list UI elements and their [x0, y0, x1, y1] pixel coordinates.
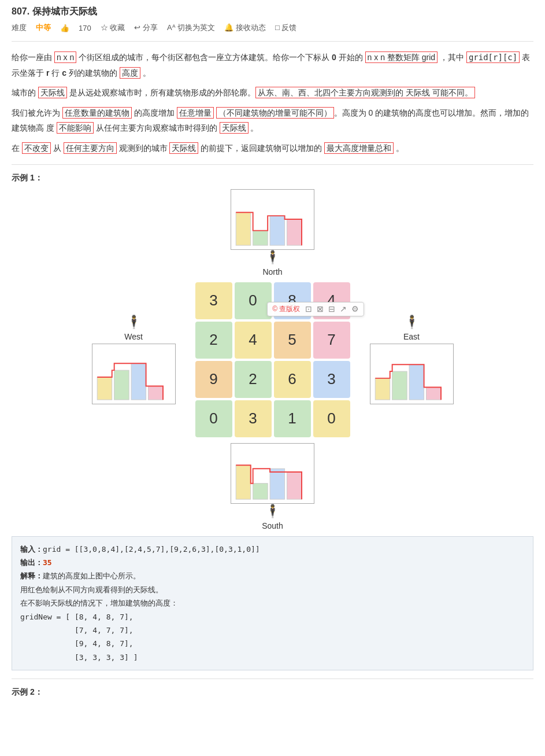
grid-cell-2-1: 2 — [235, 361, 272, 398]
svg-rect-12 — [236, 465, 251, 499]
north-skyline-box — [231, 189, 314, 250]
west-person: 🕴 — [126, 315, 142, 330]
grid-cell-1-3: 7 — [313, 322, 350, 359]
grid-cell-3-1: 3 — [235, 400, 272, 437]
highlight-skyline3: 天际线 — [169, 142, 198, 154]
feedback-btn[interactable]: □ 反馈 — [275, 23, 296, 33]
highlight-skyline2: 天际线 — [220, 122, 249, 134]
grid-cell-3-2: 1 — [274, 400, 311, 437]
grid-cell-0-0: 3 — [195, 282, 232, 319]
toolbar-btn-compare[interactable]: ⊟ — [328, 304, 335, 314]
grid-cell-2-2: 6 — [274, 361, 311, 398]
grid-row-2: 9 2 6 3 — [195, 361, 350, 398]
likes-count: 170 — [79, 24, 91, 32]
highlight-no-affect: 不能影响 — [57, 122, 94, 134]
likes-icon: 👍 — [60, 24, 69, 32]
svg-rect-11 — [426, 388, 441, 400]
problem-p4: 在 不改变 从 任何主要方向 观测到的城市 天际线 的前提下，返回建筑物可以增加… — [12, 141, 533, 156]
output-label: 输出： — [20, 558, 43, 567]
grid-cell-1-2: 5 — [274, 322, 311, 359]
south-skyline-box — [231, 443, 314, 504]
problem-p3: 我们被允许为 任意数量的建筑物 的高度增加 任意增量 （不同建筑物的增量可能不同… — [12, 105, 533, 136]
svg-rect-2 — [270, 216, 285, 245]
input-label: 输入： — [20, 545, 43, 554]
problem-p1: 给你一座由 n x n 个街区组成的城市，每个街区都包含一座立方体建筑。给你一个… — [12, 50, 533, 80]
toolbar-btn-share[interactable]: ↗ — [340, 304, 347, 314]
svg-rect-9 — [392, 371, 407, 400]
grid-cell-2-0: 9 — [195, 361, 232, 398]
collect-btn[interactable]: ☆ 收藏 — [101, 23, 125, 33]
highlight-diff-inc: （不同建筑物的增量可能不同） — [216, 107, 334, 119]
east-wrap: 🕴 East — [370, 315, 454, 404]
svg-rect-5 — [114, 370, 129, 400]
svg-rect-6 — [131, 363, 146, 400]
divider2 — [12, 164, 533, 165]
toolbar-overlay: © 查版权 ⊡ ⊠ ⊟ ↗ ⚙ — [267, 302, 364, 316]
svg-rect-1 — [253, 230, 268, 245]
east-label: East — [403, 332, 420, 341]
example2-title: 示例 2： — [12, 687, 533, 698]
highlight-any-increment: 任意增量 — [177, 107, 214, 119]
divider1 — [12, 41, 533, 42]
highlight-n-x-n: n x n — [54, 51, 76, 63]
highlight-any-buildings: 任意数量的建筑物 — [62, 107, 132, 119]
south-label: South — [262, 521, 283, 530]
highlight-height: 高度 — [120, 67, 140, 79]
grid-image-area: 3 0 8 4 2 4 5 7 9 2 6 3 0 — [187, 280, 358, 440]
grid-cell-3-0: 0 — [195, 400, 232, 437]
grid-cell-1-0: 2 — [195, 322, 232, 359]
svg-rect-10 — [409, 364, 424, 400]
highlight-any-dir: 任何主要方向 — [64, 142, 117, 154]
highlight-max-sum: 最大高度增量总和 — [324, 142, 394, 154]
highlight-four-dirs: 从东、南、西、北四个主要方向观测到的 天际线 可能不同。 — [255, 87, 475, 98]
meta-row: 难度 中等 👍 170 ☆ 收藏 ↩ 分享 Aᴬ 切换为英文 🔔 接收动态 □ … — [12, 23, 533, 33]
highlight-grid-rc: grid[r][c] — [466, 51, 520, 63]
svg-rect-15 — [287, 472, 302, 499]
north-label: North — [262, 267, 282, 276]
toolbar-btn-settings[interactable]: ⚙ — [351, 304, 359, 314]
highlight-skyline1: 天际线 — [38, 87, 67, 98]
diagram-center-row: 🕴 West 3 — [92, 280, 454, 440]
north-wrap: 🕴 North — [231, 189, 314, 276]
code-block: 输入：grid = [[3,0,8,4],[2,4,5,7],[9,2,6,3]… — [12, 536, 533, 671]
page-title: 807. 保持城市天际线 — [12, 6, 533, 18]
north-person: 🕴 — [265, 250, 280, 265]
svg-rect-7 — [148, 386, 163, 400]
example-diagram: 🕴 North 🕴 West — [12, 189, 533, 530]
south-wrap: 🕴 South — [231, 443, 314, 530]
grid-row-3: 0 3 1 0 — [195, 400, 350, 437]
highlight-no-change: 不改变 — [22, 142, 51, 154]
divider3 — [12, 678, 533, 679]
example1-title: 示例 1： — [12, 173, 533, 183]
west-wrap: 🕴 West — [92, 315, 176, 404]
west-label: West — [124, 332, 143, 341]
svg-rect-4 — [97, 377, 112, 400]
svg-rect-0 — [236, 212, 251, 245]
svg-rect-3 — [287, 219, 302, 245]
west-skyline-box — [92, 344, 176, 404]
grid-cell-2-3: 3 — [313, 361, 350, 398]
svg-rect-8 — [375, 378, 390, 400]
highlight-grid-def: n x n 整数矩阵 grid — [365, 51, 438, 63]
difficulty-label: 难度 — [12, 23, 27, 33]
toolbar-btn-copy[interactable]: ⊡ — [305, 304, 312, 314]
share-btn[interactable]: ↩ 分享 — [134, 23, 158, 33]
south-person: 🕴 — [265, 504, 280, 519]
subscribe-btn[interactable]: 🔔 接收动态 — [224, 23, 266, 33]
toolbar-btn-resize[interactable]: ⊠ — [317, 304, 324, 314]
output-value: 35 — [43, 558, 52, 567]
difficulty-value: 中等 — [36, 23, 51, 33]
grid-row-1: 2 4 5 7 — [195, 322, 350, 359]
east-skyline-box — [370, 344, 454, 404]
grid-cell-1-1: 4 — [235, 322, 272, 359]
grid-cell-3-3: 0 — [313, 400, 350, 437]
grid-cell-0-1: 0 — [235, 282, 272, 319]
east-person: 🕴 — [404, 315, 420, 330]
problem-p2: 城市的 天际线 是从远处观察城市时，所有建筑物形成的外部轮廓。从东、南、西、北四… — [12, 85, 533, 101]
switch-lang-btn[interactable]: Aᴬ 切换为英文 — [167, 23, 215, 33]
copyright-mark[interactable]: © 查版权 — [272, 304, 300, 314]
svg-rect-13 — [253, 483, 268, 499]
svg-rect-14 — [270, 469, 285, 499]
explain-label: 解释： — [20, 571, 43, 580]
